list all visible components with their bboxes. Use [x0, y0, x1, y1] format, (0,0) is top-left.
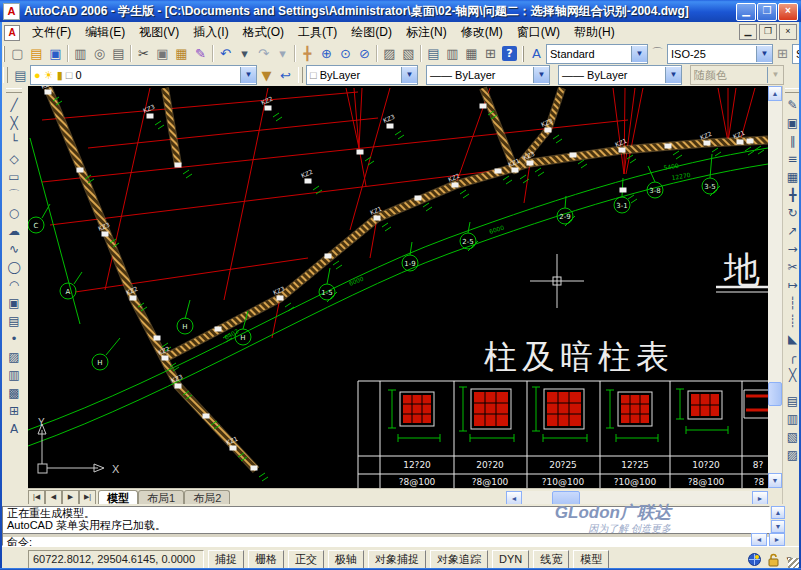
gradient-icon[interactable]: ▥	[5, 366, 23, 384]
match-properties-icon[interactable]: ✎	[191, 45, 210, 63]
markup-set-manager-icon[interactable]: ▧	[399, 45, 418, 63]
text-style-icon[interactable]: A	[527, 45, 546, 63]
polygon-icon[interactable]: ◇	[5, 150, 23, 168]
polyline-icon[interactable]: └	[5, 132, 23, 150]
scroll-right-icon[interactable]: ►	[769, 533, 785, 546]
plot-icon[interactable]: ▥	[71, 45, 90, 63]
calculator-icon[interactable]: ⊞	[481, 45, 500, 63]
zoom-realtime-icon[interactable]: ⊕	[317, 45, 336, 63]
chevron-down-icon[interactable]: ▼	[631, 46, 647, 62]
chevron-down-icon[interactable]: ▼	[665, 67, 681, 83]
toolbar-handle[interactable]	[522, 46, 524, 62]
scroll-down-icon[interactable]: ▼	[768, 473, 782, 488]
designcenter-icon[interactable]: ▥	[443, 45, 462, 63]
prev-tab-icon[interactable]: ◀	[45, 490, 62, 505]
doc-minimize-button[interactable]: ▁	[739, 24, 757, 40]
menu-视图(V)[interactable]: 视图(V)	[132, 22, 186, 43]
menu-帮助(H)[interactable]: 帮助(H)	[567, 22, 622, 43]
line-icon[interactable]: ╱	[5, 96, 23, 114]
menu-文件(F)[interactable]: 文件(F)	[25, 22, 78, 43]
menu-标注(N)[interactable]: 标注(N)	[399, 22, 454, 43]
undo-dropdown-icon[interactable]: ▾	[235, 45, 254, 63]
status-toggle-栅格[interactable]: 栅格	[248, 550, 284, 569]
chevron-down-icon[interactable]: ▼	[401, 67, 417, 83]
insert-block-icon[interactable]: ▣	[5, 294, 23, 312]
menu-工具(T)[interactable]: 工具(T)	[291, 22, 344, 43]
point-icon[interactable]: •	[5, 330, 23, 348]
arc-icon[interactable]: ⌒	[5, 186, 23, 204]
maximize-button[interactable]: ❐	[757, 3, 777, 21]
menu-插入(I)[interactable]: 插入(I)	[186, 22, 235, 43]
redo-dropdown-icon[interactable]: ▾	[273, 45, 292, 63]
zoom-window-icon[interactable]: ⊙	[336, 45, 355, 63]
properties-icon[interactable]: ▤	[424, 45, 443, 63]
lock-icon[interactable]	[767, 552, 780, 567]
minimize-button[interactable]: ▁	[736, 3, 756, 21]
plot-preview-icon[interactable]: ◎	[90, 45, 109, 63]
close-button[interactable]: ×	[778, 3, 798, 21]
menu-绘图(D)[interactable]: 绘图(D)	[344, 22, 399, 43]
copy-icon[interactable]: ▣	[153, 45, 172, 63]
lineweight-combo[interactable]: —— ByLayer ▼	[558, 65, 682, 85]
layout-tab-布局2[interactable]: 布局2	[184, 490, 230, 505]
make-block-icon[interactable]: ▤	[5, 312, 23, 330]
menu-修改(M)[interactable]: 修改(M)	[454, 22, 510, 43]
scroll-down-icon[interactable]: ▼	[771, 520, 785, 533]
coordinate-readout[interactable]: 60722.8012, 29504.6145, 0.0000	[28, 550, 204, 569]
menu-格式(O)[interactable]: 格式(O)	[236, 22, 291, 43]
layout-tab-模型[interactable]: 模型	[98, 490, 138, 505]
layer-combo[interactable]: ● ☀ ▮ □ 0 ▼	[30, 65, 257, 85]
drawing-canvas[interactable]: 6000 6403 5400 12270 6000 C A H H H 1-5 …	[28, 86, 768, 488]
new-icon[interactable]: ▢	[8, 45, 27, 63]
region-icon[interactable]: ▩	[5, 384, 23, 402]
menu-窗口(W)[interactable]: 窗口(W)	[510, 22, 567, 43]
command-splitter[interactable]	[3, 533, 769, 538]
status-toggle-对象捕捉[interactable]: 对象捕捉	[368, 550, 426, 569]
status-toggle-极轴[interactable]: 极轴	[328, 550, 364, 569]
menu-编辑(E)[interactable]: 编辑(E)	[78, 22, 132, 43]
table-icon[interactable]: ⊞	[5, 402, 23, 420]
toolbar-handle[interactable]	[3, 46, 5, 62]
cut-icon[interactable]: ✂	[134, 45, 153, 63]
status-toggle-对象追踪[interactable]: 对象追踪	[430, 550, 488, 569]
zoom-previous-icon[interactable]: ⊘	[355, 45, 374, 63]
command-scrollbar[interactable]: ▲ ▼	[771, 506, 785, 531]
revision-cloud-icon[interactable]: ☁	[5, 222, 23, 240]
spline-icon[interactable]: ∿	[5, 240, 23, 258]
layer-manager-icon[interactable]: ▤	[11, 66, 30, 84]
color-combo[interactable]: □ ByLayer ▼	[306, 65, 418, 85]
scroll-left-icon[interactable]: ◄	[751, 533, 767, 546]
ellipse-icon[interactable]: ◯	[5, 258, 23, 276]
scroll-up-icon[interactable]: ▲	[771, 506, 785, 519]
text-style-combo[interactable]: Standard ▼	[546, 44, 648, 64]
toolbar-handle[interactable]	[3, 67, 8, 83]
layout-tab-布局1[interactable]: 布局1	[138, 490, 184, 505]
open-icon[interactable]: ▤	[27, 45, 46, 63]
toolbar-handle[interactable]	[6, 88, 22, 93]
status-toggle-捕捉[interactable]: 捕捉	[208, 550, 244, 569]
vertical-scrollbar[interactable]: ▲ ▼	[768, 86, 782, 488]
first-tab-icon[interactable]: |◀	[28, 490, 45, 505]
undo-icon[interactable]: ↶	[216, 45, 235, 63]
text-icon[interactable]: A	[5, 420, 23, 438]
hatch-icon[interactable]: ▨	[5, 348, 23, 366]
scrollbar-thumb[interactable]	[768, 382, 782, 406]
layer-previous-icon[interactable]: ↩	[276, 66, 295, 84]
linetype-combo[interactable]: —— ByLayer ▼	[426, 65, 550, 85]
doc-close-button[interactable]: ×	[779, 24, 797, 40]
help-icon[interactable]: ?	[502, 46, 517, 61]
horizontal-scrollbar[interactable]: ◄ ►	[506, 491, 768, 505]
chevron-down-icon[interactable]: ▼	[240, 67, 256, 83]
construction-line-icon[interactable]: ╳	[5, 114, 23, 132]
toolbar-handle[interactable]	[298, 67, 303, 83]
paste-icon[interactable]: ▦	[172, 45, 191, 63]
next-tab-icon[interactable]: ▶	[62, 490, 79, 505]
doc-restore-button[interactable]: ❐	[759, 24, 777, 40]
ellipse-arc-icon[interactable]: ◠	[5, 276, 23, 294]
dim-style-icon[interactable]: ⌒	[648, 45, 667, 63]
sheet-set-manager-icon[interactable]: ▨	[380, 45, 399, 63]
publish-icon[interactable]: ▤	[109, 45, 128, 63]
status-toggle-正交[interactable]: 正交	[288, 550, 324, 569]
last-tab-icon[interactable]: ▶|	[79, 490, 96, 505]
redo-icon[interactable]: ↷	[254, 45, 273, 63]
